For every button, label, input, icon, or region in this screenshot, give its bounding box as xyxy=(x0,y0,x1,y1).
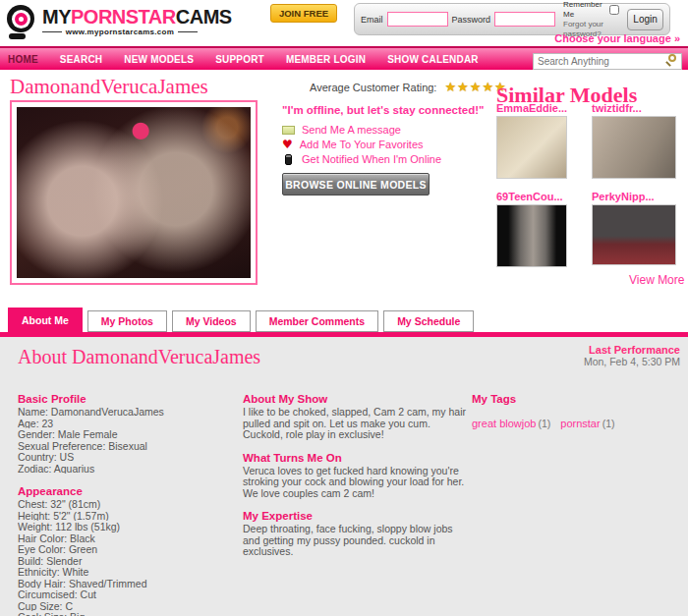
my-tags-title: My Tags xyxy=(472,393,680,405)
nav-search xyxy=(533,51,682,68)
nav-item-member-login[interactable]: MEMBER LOGIN xyxy=(286,54,366,65)
model-thumbnail[interactable] xyxy=(496,116,567,179)
about-heading: About DamonandVerucaJames xyxy=(18,346,260,368)
logo-text: MYPORNSTARCAMS www.mypornstarcams.com xyxy=(42,7,232,36)
appearance-row: Ethnicity: White xyxy=(18,567,236,578)
basic-profile-column: Basic Profile Name: DamonandVerucaJames … xyxy=(18,393,236,616)
profile-row: Age: 23 xyxy=(18,419,236,429)
heart-icon: ♥ xyxy=(282,140,293,149)
profile-row: Zodiac: Aquarius xyxy=(18,464,236,475)
model-action-links: Send Me A message ♥ Add Me To Your Favor… xyxy=(282,124,441,165)
tag-item: pornstar(1) xyxy=(560,414,614,431)
webcam-logo-icon xyxy=(6,4,37,39)
similar-model-name-link[interactable]: 69TeenCou... xyxy=(496,191,567,202)
appearance-row: Cock Size: Big xyxy=(18,612,236,616)
tag-item: great blowjob(1) xyxy=(472,414,550,431)
tab-my-videos[interactable]: My Videos xyxy=(172,310,251,332)
appearance-row: Eye Color: Green xyxy=(18,544,236,555)
password-field[interactable] xyxy=(494,12,555,27)
rating-label: Average Customer Rating: xyxy=(310,82,436,93)
nav-item-new-models[interactable]: NEW MODELS xyxy=(124,54,194,65)
appearance-row: Height: 5'2" (1.57m) xyxy=(18,511,236,522)
login-panel: Email Password Remember Me Forgot your p… xyxy=(354,3,670,35)
about-my-show-text: I like to be choked, slapped, Cam 2 cam,… xyxy=(243,407,469,441)
last-performance-value: Mon, Feb 4, 5:30 PM xyxy=(584,356,680,367)
brand-part-mid: PORNSTAR xyxy=(71,6,176,28)
tag-link[interactable]: pornstar xyxy=(560,418,600,429)
similar-model-name-link[interactable]: twiztidfr... xyxy=(592,102,676,114)
appearance-row: Body Hair: Shaved/Trimmed xyxy=(18,579,236,589)
appearance-row: Circumcised: Cut xyxy=(18,589,236,600)
profile-tabs: About Me My Photos My Videos Member Comm… xyxy=(8,308,474,332)
page: MYPORNSTARCAMS www.mypornstarcams.com JO… xyxy=(0,0,688,616)
search-icon[interactable] xyxy=(668,54,676,62)
show-details-column: About My Show I like to be choked, slapp… xyxy=(243,393,469,569)
profile-photo-frame xyxy=(10,100,258,285)
tag-count: (1) xyxy=(538,418,550,429)
profile-row: Sexual Preference: Bisexual xyxy=(18,441,236,452)
brand-part-cams: CAMS xyxy=(176,6,232,28)
tab-my-schedule[interactable]: My Schedule xyxy=(383,310,474,332)
appearance-row: Cup Size: C xyxy=(18,601,236,612)
appearance-row: Build: Slender xyxy=(18,556,236,567)
offline-status-message: "I'm offline, but let's stay connected!" xyxy=(282,104,485,116)
basic-profile-title: Basic Profile xyxy=(18,393,236,405)
tab-member-comments[interactable]: Member Comments xyxy=(256,310,378,332)
my-expertise-text: Deep throating, face fucking, sloppy blo… xyxy=(243,524,469,558)
rating-row: Average Customer Rating: ★★★★★ xyxy=(310,81,507,93)
site-logo[interactable]: MYPORNSTARCAMS www.mypornstarcams.com xyxy=(6,4,232,39)
model-thumbnail[interactable] xyxy=(592,204,676,265)
appearance-row: Hair Color: Black xyxy=(18,533,236,544)
last-performance-label: Last Performance xyxy=(584,344,680,356)
model-name-heading: DamonandVerucaJames xyxy=(10,75,208,99)
browse-online-models-button[interactable]: BROWSE ONLINE MODELS xyxy=(282,173,430,196)
nav-item-search[interactable]: SEARCH xyxy=(60,54,102,65)
appearance-title: Appearance xyxy=(18,485,236,497)
site-header: MYPORNSTARCAMS www.mypornstarcams.com JO… xyxy=(0,0,688,46)
similar-model-card: twiztidfr... xyxy=(592,102,676,179)
phone-icon xyxy=(285,154,292,165)
profile-photo xyxy=(17,107,251,278)
similar-model-card: 69TeenCou... xyxy=(496,191,567,267)
about-my-show-title: About My Show xyxy=(243,393,469,405)
nav-item-show-calendar[interactable]: SHOW CALENDAR xyxy=(387,54,479,65)
view-more-link[interactable]: View More xyxy=(629,273,684,287)
model-thumbnail[interactable] xyxy=(496,204,567,267)
tab-about-me[interactable]: About Me xyxy=(8,308,83,332)
tab-my-photos[interactable]: My Photos xyxy=(87,310,167,332)
envelope-icon xyxy=(282,126,295,135)
notify-online-link[interactable]: Get Notified When I'm Online xyxy=(282,153,441,165)
send-message-label: Send Me A message xyxy=(302,124,401,136)
search-input[interactable] xyxy=(533,53,682,70)
brand-name: MYPORNSTARCAMS xyxy=(42,7,232,27)
what-turns-me-on-title: What Turns Me On xyxy=(243,452,469,464)
join-free-button[interactable]: JOIN FREE xyxy=(270,4,337,23)
tag-count: (1) xyxy=(602,418,615,429)
nav-item-support[interactable]: SUPPORT xyxy=(215,54,264,65)
email-label: Email xyxy=(361,15,383,25)
notify-online-label: Get Notified When I'm Online xyxy=(302,153,441,165)
similar-model-name-link[interactable]: PerkyNipp... xyxy=(592,191,676,202)
login-button[interactable]: Login xyxy=(627,9,663,30)
site-url: www.mypornstarcams.com xyxy=(66,28,174,36)
appearance-row: Weight: 112 lbs (51kg) xyxy=(18,522,236,532)
profile-row: Gender: Male Female xyxy=(18,429,236,440)
main-nav: HOME SEARCH NEW MODELS SUPPORT MEMBER LO… xyxy=(0,46,688,70)
profile-row: Country: US xyxy=(18,452,236,463)
password-label: Password xyxy=(452,15,491,25)
add-favorites-link[interactable]: ♥ Add Me To Your Favorites xyxy=(282,139,441,150)
remember-me-checkbox[interactable] xyxy=(609,5,619,15)
tag-link[interactable]: great blowjob xyxy=(472,418,536,429)
site-url-tagline: www.mypornstarcams.com xyxy=(42,28,198,36)
model-thumbnail[interactable] xyxy=(592,116,676,179)
brand-part-my: MY xyxy=(42,6,71,28)
last-performance: Last Performance Mon, Feb 4, 5:30 PM xyxy=(584,344,680,367)
appearance-row: Chest: 32" (81cm) xyxy=(18,499,236,510)
send-message-link[interactable]: Send Me A message xyxy=(282,124,441,136)
tags-list: great blowjob(1) pornstar(1) xyxy=(472,414,680,431)
nav-item-home[interactable]: HOME xyxy=(8,54,38,65)
my-tags-column: My Tags great blowjob(1) pornstar(1) xyxy=(472,393,680,431)
language-link[interactable]: Choose your language » xyxy=(554,32,680,44)
similar-model-name-link[interactable]: EmmaEddie... xyxy=(496,102,567,114)
email-field[interactable] xyxy=(387,12,448,27)
